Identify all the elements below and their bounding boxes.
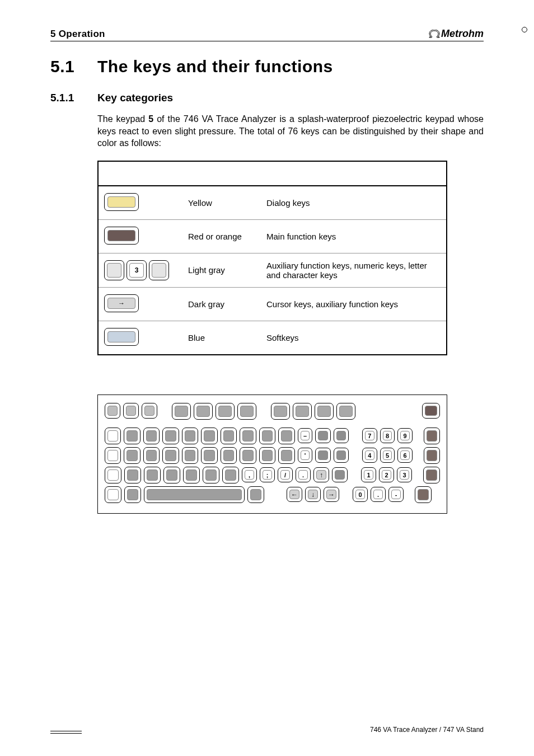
desc-cell: Cursor keys, auxiliary function keys	[261, 287, 447, 321]
letter-key	[201, 447, 217, 464]
h2-text: Key categories	[97, 92, 173, 104]
num-9-key: 9	[397, 428, 413, 443]
num-label: 4	[363, 448, 377, 462]
desc-cell: Softkeys	[261, 321, 447, 355]
num-2-key: 2	[379, 467, 394, 482]
semi-label: ;	[260, 468, 274, 482]
aux-dark-key	[332, 467, 348, 482]
aux-dark-key	[315, 448, 331, 463]
letter-key	[203, 467, 219, 483]
key-icon-cell: 3	[98, 253, 182, 287]
table-row: → Dark gray Cursor keys, auxiliary funct…	[98, 287, 447, 321]
letter-key	[143, 447, 160, 464]
kbd-row-3: , ; / . ↑ 1 2 3	[105, 467, 440, 483]
letter-key	[183, 467, 200, 483]
function-key	[216, 403, 235, 420]
arrow-up-key: ↑	[313, 467, 329, 482]
led-indicator-icon	[522, 27, 527, 32]
key-icon-cell	[98, 321, 182, 355]
table-row: Red or orange Main function keys	[98, 219, 447, 253]
table-header-row	[98, 161, 447, 186]
num-8-key: 8	[380, 428, 395, 443]
num-dot-key: .	[371, 487, 386, 502]
aux-key-label: 3	[127, 261, 146, 280]
aux-dark-key	[315, 428, 331, 443]
num-label: 1	[362, 468, 376, 482]
arrow-down-icon: ↓	[306, 487, 320, 501]
letter-key	[240, 428, 256, 444]
letter-key	[221, 428, 237, 444]
num-4-key: 4	[362, 448, 377, 463]
cursor-key-icon: →	[104, 294, 139, 312]
softkey	[105, 403, 120, 419]
minus-label: –	[298, 429, 312, 443]
aux-key	[247, 486, 264, 503]
arrow-down-key: ↓	[305, 487, 321, 502]
function-key	[293, 403, 312, 420]
arrow-left-key: ←	[287, 487, 302, 502]
apos-label: '	[298, 448, 312, 462]
letter-key	[278, 428, 294, 444]
dialog-key-icon	[104, 193, 139, 211]
letter-key	[201, 428, 217, 444]
softkey-group-left	[105, 403, 157, 419]
arrow-up-icon: ↑	[314, 468, 329, 482]
para-a: The keypad	[97, 114, 148, 124]
kbd-row-4: ← ↓ → 0 . -	[105, 486, 440, 503]
aux-dark-key	[334, 448, 349, 463]
desc-cell: Auxiliary function keys, numeric keys, l…	[261, 253, 447, 287]
key-icon-cell: →	[98, 287, 182, 321]
num-label: 5	[381, 448, 395, 462]
space-key	[144, 486, 245, 503]
h1-number: 5.1	[50, 57, 97, 76]
apostrophe-key: '	[298, 448, 313, 463]
desc-cell: Main function keys	[261, 219, 447, 253]
key-category-table: Yellow Dialog keys Red or orange Main fu…	[97, 161, 447, 355]
color-cell: Dark gray	[182, 287, 261, 321]
letter-key	[259, 428, 275, 444]
main-function-key	[423, 467, 440, 483]
num-label: 8	[381, 429, 395, 443]
letter-key	[124, 428, 140, 444]
slash-key: /	[278, 467, 293, 482]
softkey-icon	[104, 328, 139, 346]
comma-key: ,	[242, 467, 257, 482]
key-icon-cell	[98, 186, 182, 220]
letter-key	[162, 428, 179, 444]
main-func-key-icon	[104, 227, 139, 245]
dot-key: .	[296, 467, 311, 482]
main-function-key	[422, 403, 440, 419]
footer-text: 746 VA Trace Analyzer / 747 VA Stand	[370, 726, 484, 734]
table-row: 3 Light gray Auxiliary function keys, nu…	[98, 253, 447, 287]
aux-key-3-icon: 3	[127, 260, 147, 280]
footer-marks	[50, 731, 82, 734]
arrow-right-icon: →	[105, 295, 138, 312]
comma-label: ,	[242, 468, 256, 482]
kbd-row-1: – 7 8 9	[105, 428, 440, 444]
function-key	[194, 403, 213, 420]
keypad-diagram: – 7 8 9 ' 4 5 6	[97, 395, 447, 514]
color-cell: Light gray	[182, 253, 261, 287]
function-key-group-a	[172, 403, 256, 420]
letter-key	[144, 467, 161, 483]
main-function-key	[424, 428, 440, 444]
function-key	[172, 403, 191, 420]
letter-key	[143, 428, 160, 444]
num-label: 7	[363, 429, 377, 443]
page-header: 5 Operation Metrohm	[50, 28, 484, 41]
arrow-left-icon: ←	[287, 487, 302, 501]
aux-dark-key	[334, 428, 349, 443]
page-footer: 746 VA Trace Analyzer / 747 VA Stand	[50, 726, 484, 734]
letter-key	[222, 467, 239, 483]
num-0-key: 0	[353, 487, 368, 502]
num-6-key: 6	[397, 448, 413, 463]
para-b: 5	[148, 114, 153, 124]
softkey	[142, 403, 157, 419]
letter-key	[182, 447, 198, 464]
table-row: Yellow Dialog keys	[98, 186, 447, 220]
num-1-key: 1	[361, 467, 376, 482]
letter-key	[221, 447, 237, 464]
slash-label: /	[278, 468, 292, 482]
letter-key	[124, 467, 141, 483]
letter-key	[240, 447, 256, 464]
